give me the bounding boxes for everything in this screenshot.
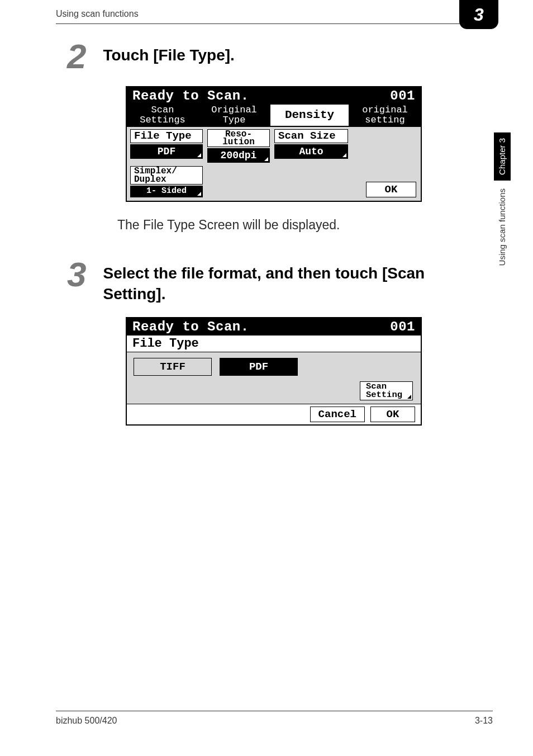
lcd2-title-left: Ready to Scan. xyxy=(132,319,249,334)
lcd2-body: File Type TIFF PDF Scan Setting Cancel O… xyxy=(127,336,421,424)
lcd1-resolution-value[interactable]: 200dpi xyxy=(207,148,270,163)
page-footer: bizhub 500/420 3-13 xyxy=(56,711,493,726)
tab-scan-settings[interactable]: Scan Settings xyxy=(127,105,198,126)
chapter-badge: 3 xyxy=(459,0,498,29)
lcd1-ok-button[interactable]: OK xyxy=(366,182,416,197)
tab-density[interactable]: Density xyxy=(270,105,349,126)
lcd1-duplex-label: Simplex/ Duplex xyxy=(130,166,203,185)
lcd1-scan-size-label: Scan Size xyxy=(274,129,348,143)
lcd1-title-right: 001 xyxy=(390,88,415,103)
lcd2-option-tiff[interactable]: TIFF xyxy=(134,358,212,376)
header-rule xyxy=(56,23,493,24)
lcd1-titlebar: Ready to Scan. 001 xyxy=(127,87,421,105)
chapter-badge-number: 3 xyxy=(474,4,484,25)
lcd1-scan-size-value[interactable]: Auto xyxy=(274,144,348,159)
step-2-after-text: The File Type Screen will be displayed. xyxy=(117,218,533,233)
side-tab: Chapter 3 Using scan functions xyxy=(494,94,511,273)
running-header: Using scan functions xyxy=(56,9,139,19)
step-3-title: Select the file format, and then touch [… xyxy=(103,263,432,305)
lcd2-scan-setting-button[interactable]: Scan Setting xyxy=(360,381,413,400)
step-3-row: 3 Select the file format, and then touch… xyxy=(67,257,460,305)
lcd1-file-type-label: File Type xyxy=(130,129,203,143)
footer-right: 3-13 xyxy=(475,716,493,726)
lcd2-subtitle: File Type xyxy=(127,336,421,352)
lcd2-title-right: 001 xyxy=(390,319,415,334)
tab-original-setting[interactable]: original setting xyxy=(349,105,421,126)
footer-left: bizhub 500/420 xyxy=(56,716,117,726)
step-2-number: 2 xyxy=(67,39,86,74)
lcd1-tabs: Scan Settings Original Type Density orig… xyxy=(127,105,421,127)
step-2-row: 2 Touch [File Type]. xyxy=(67,39,460,74)
step-2-title: Touch [File Type]. xyxy=(103,45,234,66)
lcd2-ok-button[interactable]: OK xyxy=(370,407,415,422)
lcd1-body: File Type PDF Reso- lution 200dpi Scan S… xyxy=(127,127,421,201)
lcd1-file-type-value[interactable]: PDF xyxy=(130,144,203,159)
step-3-number: 3 xyxy=(67,257,86,292)
lcd1-resolution-label: Reso- lution xyxy=(207,129,270,148)
lcd2-titlebar: Ready to Scan. 001 xyxy=(127,318,421,336)
side-tab-chapter: Chapter 3 xyxy=(494,133,511,181)
lcd-screen-1: Ready to Scan. 001 Scan Settings Origina… xyxy=(126,86,422,202)
side-tab-text: Using scan functions xyxy=(494,181,511,273)
lcd1-duplex-value[interactable]: 1- Sided xyxy=(130,186,203,197)
lcd2-option-pdf[interactable]: PDF xyxy=(220,358,298,376)
tab-original-type[interactable]: Original Type xyxy=(198,105,270,126)
lcd-screen-2: Ready to Scan. 001 File Type TIFF PDF Sc… xyxy=(126,317,422,425)
lcd1-title-left: Ready to Scan. xyxy=(132,88,249,103)
lcd2-cancel-button[interactable]: Cancel xyxy=(310,407,365,422)
